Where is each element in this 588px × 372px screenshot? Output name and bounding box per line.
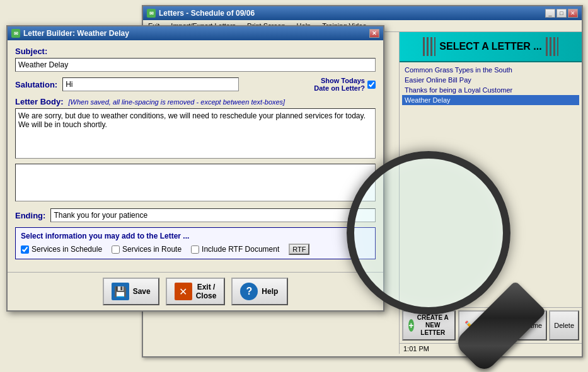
maximize-button[interactable]: □ (556, 9, 567, 18)
rtf-label: Include RTF Document (202, 245, 279, 254)
dialog-footer: 💾 Save ✕ Exit /Close ? Help (8, 272, 383, 310)
letter-list: Common Grass Types in the South Easier O… (400, 62, 582, 188)
subject-label: Subject: (15, 47, 376, 56)
dialog-icon: ✉ (11, 29, 20, 38)
list-item[interactable]: Thanks for being a Loyal Customer (402, 85, 579, 95)
list-item[interactable]: Easier Online Bill Pay (402, 75, 579, 85)
subject-field-row: Subject: (15, 47, 376, 72)
checkbox-rtf: Include RTF Document (191, 245, 279, 254)
create-new-letter-button[interactable]: + CREATE A NEW LETTER (402, 310, 456, 341)
exit-icon: ✕ (175, 283, 192, 300)
body-header: Letter Body: [When saved, all line-spaci… (15, 97, 376, 106)
show-today-section: Show TodaysDate on Letter? (314, 77, 376, 92)
status-time: 1:01 PM (403, 345, 429, 352)
checkbox-services-route: Services in Route (112, 245, 182, 254)
list-item-selected[interactable]: Weather Delay (402, 95, 579, 105)
rename-button[interactable]: Rename (511, 310, 548, 341)
dialog-body: Subject: Salutation: Show TodaysDate on … (8, 40, 383, 272)
exit-close-button[interactable]: ✕ Exit /Close (166, 278, 226, 305)
checkbox-row: Services in Schedule Services in Route I… (21, 244, 370, 255)
create-label: CREATE A NEW LETTER (417, 314, 449, 337)
letter-body-section: Letter Body: [When saved, all line-spaci… (15, 97, 376, 203)
dialog-title-bar: ✉ Letter Builder: Weather Delay ✕ (8, 26, 383, 40)
letter-builder-dialog: ✉ Letter Builder: Weather Delay ✕ Subjec… (6, 25, 384, 312)
save-button[interactable]: 💾 Save (103, 278, 159, 305)
show-today-checkbox[interactable] (367, 81, 376, 89)
app-icon: ✉ (147, 9, 156, 18)
dialog-close-button[interactable]: ✕ (369, 29, 379, 38)
save-label: Save (133, 287, 151, 296)
edit-in-builder-button[interactable]: ✏️ EDIT IN BUILDER (458, 310, 509, 341)
services-schedule-label: Services in Schedule (32, 245, 102, 254)
edit-label: EDIT IN BUILDER (478, 318, 505, 333)
rtf-checkbox[interactable] (191, 245, 199, 254)
list-item[interactable]: Common Grass Types in the South (402, 65, 579, 75)
dialog-title-left: ✉ Letter Builder: Weather Delay (11, 29, 129, 38)
rtf-button[interactable]: RTF (289, 244, 309, 255)
main-window-title: Letters - Schedule of 09/06 (159, 9, 255, 18)
show-today-label: Show TodaysDate on Letter? (314, 77, 365, 92)
bottom-buttons: + CREATE A NEW LETTER ✏️ EDIT IN BUILDER… (400, 307, 582, 343)
ending-label: Ending: (15, 211, 45, 220)
letter-body-textarea2[interactable] (15, 164, 376, 201)
body-note: [When saved, all line-spacing is removed… (69, 98, 285, 106)
edit-icon: ✏️ (464, 319, 475, 332)
services-route-checkbox[interactable] (112, 245, 120, 254)
ending-row: Ending: (15, 208, 376, 222)
header-stripe-left (423, 37, 435, 56)
letter-panel: SELECT A LETTER ... Common Grass Types i… (399, 32, 582, 354)
exit-close-label: Exit /Close (196, 283, 217, 300)
services-schedule-checkbox[interactable] (21, 245, 29, 254)
ending-input[interactable] (50, 208, 376, 222)
checkbox-services-schedule: Services in Schedule (21, 245, 102, 254)
services-route-label: Services in Route (122, 245, 182, 254)
main-title-bar: ✉ Letters - Schedule of 09/06 _ □ ✕ (143, 6, 582, 20)
help-icon: ? (240, 283, 258, 300)
list-spacer (400, 188, 582, 308)
info-section: Select information you may add to the Le… (15, 227, 376, 259)
status-bar: 1:01 PM (400, 343, 582, 354)
header-stripe-right (546, 37, 558, 56)
save-icon: 💾 (112, 283, 129, 300)
delete-button[interactable]: Delete (549, 310, 579, 341)
letter-panel-header: SELECT A LETTER ... (400, 32, 582, 62)
salutation-label: Salutation: (15, 80, 57, 89)
salutation-input[interactable] (62, 77, 239, 91)
close-button[interactable]: ✕ (568, 9, 578, 18)
help-label: Help (262, 287, 278, 296)
title-controls: _ □ ✕ (545, 9, 578, 18)
minimize-button[interactable]: _ (545, 9, 555, 18)
letter-body-textarea[interactable]: We are sorry, but due to weather conditi… (15, 108, 376, 159)
main-title-left: ✉ Letters - Schedule of 09/06 (147, 9, 255, 18)
create-icon: + (408, 319, 414, 332)
subject-input[interactable] (15, 58, 376, 72)
letter-panel-title: SELECT A LETTER ... (439, 41, 541, 52)
rename-delete-area: Rename Delete (511, 310, 579, 341)
info-section-title: Select information you may add to the Le… (21, 232, 370, 240)
dialog-title: Letter Builder: Weather Delay (23, 29, 129, 38)
help-button[interactable]: ? Help (231, 278, 288, 305)
letter-body-label: Letter Body: (15, 97, 64, 106)
salutation-row: Salutation: Show TodaysDate on Letter? (15, 77, 376, 92)
